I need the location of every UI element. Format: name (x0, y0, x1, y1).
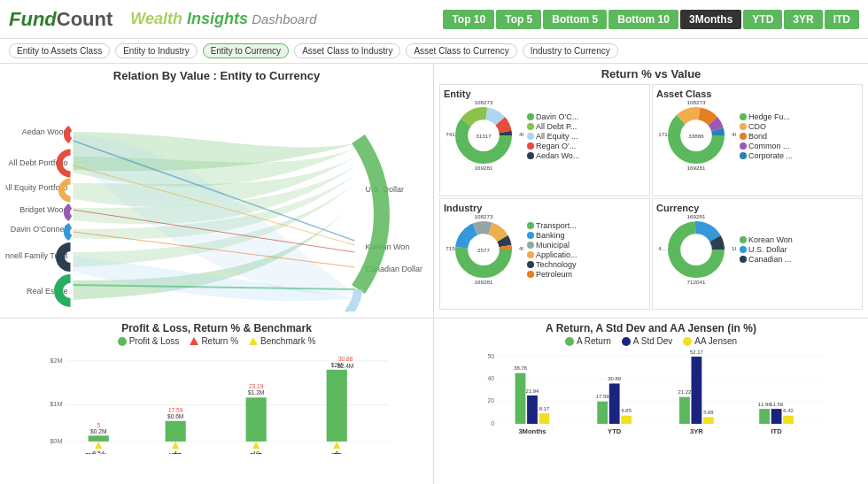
filter-bar: Entity to Assets Class Entity to Industr… (0, 39, 868, 64)
tab-top5[interactable]: Top 5 (496, 10, 541, 29)
svg-text:3Months: 3Months (518, 427, 546, 435)
donut-industry: Industry 108273 400... 169281 715... (439, 198, 650, 311)
svg-text:40: 40 (488, 375, 495, 381)
tab-3months[interactable]: 3Months (680, 10, 741, 29)
tab-itd[interactable]: ITD (825, 10, 859, 29)
tab-3yr[interactable]: 3YR (784, 10, 822, 29)
donut-industry-title: Industry (444, 203, 646, 213)
svg-text:4...: 4... (658, 245, 666, 251)
pl-section: Profit & Loss, Return % & Benchmark Prof… (0, 318, 433, 484)
svg-text:ITD: ITD (771, 427, 782, 435)
aajensen-icon (683, 337, 692, 346)
pl-legend-benchmark-label: Benchmark % (260, 336, 315, 346)
donut-currency: Currency 169281 169281 712041 4... (652, 198, 863, 311)
title-dashboard: Dashboard (248, 12, 317, 27)
svg-rect-39 (327, 370, 347, 442)
chord-section: Relation By Value : Entity to Currency A… (0, 64, 433, 318)
svg-rect-112 (692, 357, 702, 424)
donut-assetclass-legend: Hedge Fu... CDO Bond Common ... Corporat… (740, 112, 793, 161)
tab-bottom10[interactable]: Bottom 10 (608, 10, 678, 29)
tab-ytd[interactable]: YTD (743, 10, 782, 29)
svg-rect-121 (783, 416, 794, 424)
benchmark-triangle-icon (249, 337, 258, 345)
filter-assetclass-industry[interactable]: Asset Class to Industry (294, 43, 400, 58)
svg-text:3Months: 3Months (85, 451, 112, 454)
donut-entity-legend: Davin O'C... All Debt P... All Equity ..… (527, 112, 579, 161)
svg-point-87 (686, 238, 708, 260)
donut-assetclass-inner: 108273 400... 169281 171... 33886 (656, 101, 858, 172)
filter-entity-assets[interactable]: Entity to Assets Class (9, 43, 110, 58)
svg-text:$0.6M: $0.6M (167, 413, 183, 419)
chord-diagram: Aedan Wood All Debt Portfolio All Equity… (5, 86, 428, 311)
ar-legend-areturn-label: A Return (577, 336, 611, 346)
svg-text:$0.2M: $0.2M (90, 428, 106, 434)
tab-bottom5[interactable]: Bottom 5 (543, 10, 607, 29)
svg-text:108273: 108273 (475, 101, 493, 105)
svg-text:ITD: ITD (331, 451, 343, 454)
svg-text:23.19: 23.19 (249, 383, 264, 389)
filter-entity-industry[interactable]: Entity to Industry (115, 43, 197, 58)
svg-rect-96 (515, 373, 526, 424)
title-insights: Insights (182, 10, 248, 27)
svg-text:3YR: 3YR (690, 427, 703, 435)
svg-text:$2M: $2M (50, 357, 62, 365)
tab-top10[interactable]: Top 10 (443, 10, 494, 29)
svg-text:712041: 712041 (687, 279, 706, 285)
rvv-title: Return % vs Value (439, 67, 863, 81)
svg-rect-114 (703, 417, 714, 424)
logo: FundCount (9, 8, 112, 31)
svg-text:$0M: $0M (50, 437, 62, 445)
donut-currency-chart: 169281 169281 712041 4... (656, 215, 736, 286)
filter-industry-currency[interactable]: Industry to Currency (523, 43, 618, 58)
svg-marker-36 (252, 442, 260, 449)
svg-rect-107 (621, 416, 632, 424)
svg-text:400...: 400... (732, 131, 736, 137)
donut-entity-chart: 108273 400... 169281 741... (444, 101, 523, 172)
svg-text:5: 5 (97, 422, 100, 428)
svg-rect-103 (597, 402, 608, 424)
donut-industry-inner: 108273 400... 169281 715... (444, 215, 646, 286)
ar-legend-areturn: A Return (565, 336, 611, 346)
left-panel: Relation By Value : Entity to Currency A… (0, 64, 434, 484)
donut-entity: Entity 108273 400... 169281 741... (439, 84, 650, 196)
right-panel: Return % vs Value Entity 108273 400... 1… (434, 64, 868, 484)
svg-text:21.22: 21.22 (678, 389, 692, 395)
donut-section: Return % vs Value Entity 108273 400... 1… (434, 64, 868, 318)
svg-text:169281: 169281 (732, 245, 736, 251)
filter-assetclass-currency[interactable]: Asset Class to Currency (406, 43, 516, 58)
svg-text:33886: 33886 (688, 133, 704, 139)
donut-assetclass: Asset Class 108273 400... 169281 171... (652, 84, 863, 196)
svg-marker-43 (333, 442, 340, 449)
pl-legend-return-label: Return % (201, 336, 238, 346)
svg-text:$1.2M: $1.2M (248, 389, 264, 396)
donut-assetclass-chart: 108273 400... 169281 171... 33886 (656, 101, 736, 172)
svg-text:30.89: 30.89 (608, 376, 621, 381)
svg-rect-33 (246, 397, 267, 442)
svg-text:17.59: 17.59 (596, 394, 609, 399)
donut-entity-title: Entity (444, 88, 646, 99)
svg-text:169281: 169281 (475, 279, 493, 285)
ar-section: A Return, A Std Dev and AA Jensen (in %)… (434, 318, 868, 484)
svg-text:400...: 400... (519, 131, 523, 137)
svg-rect-119 (771, 409, 782, 424)
svg-text:8.17: 8.17 (539, 406, 549, 411)
svg-text:17.59: 17.59 (168, 407, 183, 413)
nav-tabs: Top 10 Top 5 Bottom 5 Bottom 10 3Months … (443, 10, 859, 29)
areturn-icon (565, 337, 574, 346)
svg-text:400...: 400... (519, 245, 523, 251)
donut-currency-legend: Korean Won U.S. Dollar Canadian ... (740, 235, 793, 265)
svg-text:50: 50 (488, 353, 495, 359)
pl-legend-pl-icon (118, 337, 127, 346)
donut-entity-inner: 108273 400... 169281 741... (444, 101, 646, 172)
ar-legend-aajensen-label: AA Jensen (694, 336, 737, 346)
svg-text:5.68: 5.68 (703, 410, 714, 415)
svg-text:All Equity Portfolio: All Equity Portfolio (5, 183, 68, 192)
svg-text:Aedan Wood: Aedan Wood (22, 127, 68, 136)
donut-industry-chart: 108273 400... 169281 715... (444, 215, 523, 286)
svg-text:108273: 108273 (475, 215, 493, 219)
svg-rect-100 (539, 413, 550, 424)
header: FundCount Wealth Insights Dashboard Top … (0, 0, 868, 39)
pl-chart: $2M $1M $0M $0.2M 5 9.54 3Months $ (5, 348, 428, 454)
svg-text:20: 20 (488, 397, 495, 403)
filter-entity-currency[interactable]: Entity to Currency (203, 43, 289, 58)
